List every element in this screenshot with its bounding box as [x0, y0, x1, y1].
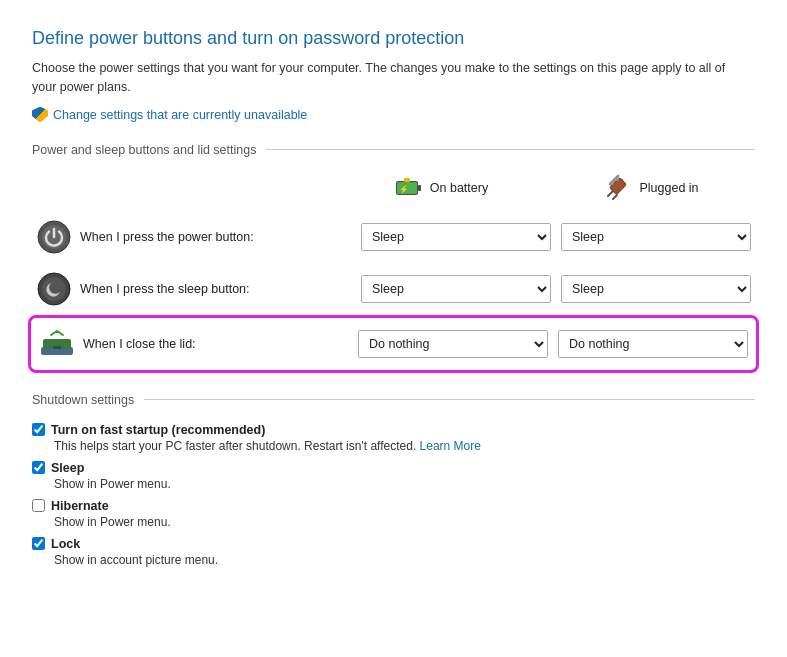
- plugged-in-header: Plugged in: [551, 173, 751, 203]
- sleep-button-controls: Do nothing Sleep Hibernate Shut down Tur…: [361, 275, 751, 303]
- lock-text: Lock: [51, 537, 80, 551]
- hibernate-item: Hibernate Show in Power menu.: [32, 499, 755, 529]
- shutdown-section-header: Shutdown settings: [32, 393, 755, 407]
- svg-rect-18: [53, 346, 61, 349]
- lid-controls: Do nothing Sleep Hibernate Shut down Tur…: [358, 330, 748, 358]
- change-settings-link[interactable]: Change settings that are currently unava…: [32, 107, 307, 123]
- svg-rect-3: [404, 178, 410, 182]
- on-battery-header: ⚡ On battery: [341, 173, 541, 203]
- lid-label: When I close the lid:: [83, 337, 358, 351]
- lock-label[interactable]: Lock: [32, 537, 755, 551]
- lid-row: When I close the lid: Do nothing Sleep H…: [28, 315, 759, 373]
- power-button-label: When I press the power button:: [80, 230, 361, 244]
- svg-point-15: [42, 277, 66, 301]
- shutdown-section-label: Shutdown settings: [32, 393, 134, 407]
- power-sleep-section-label: Power and sleep buttons and lid settings: [32, 143, 256, 157]
- section-divider-line: [266, 149, 755, 150]
- sleep-button-icon-container: [36, 271, 72, 307]
- page-title: Define power buttons and turn on passwor…: [32, 28, 755, 49]
- sleep-button-plugged-in-select[interactable]: Do nothing Sleep Hibernate Shut down Tur…: [561, 275, 751, 303]
- lid-icon: [39, 329, 75, 359]
- lid-icon-container: [39, 326, 75, 362]
- svg-text:⚡: ⚡: [399, 184, 409, 194]
- sleep-shutdown-desc: Show in Power menu.: [54, 477, 755, 491]
- sleep-checkbox[interactable]: [32, 461, 45, 474]
- svg-rect-1: [418, 185, 421, 191]
- sleep-shutdown-text: Sleep: [51, 461, 84, 475]
- hibernate-label[interactable]: Hibernate: [32, 499, 755, 513]
- fast-startup-learn-more[interactable]: Learn More: [420, 439, 481, 453]
- fast-startup-label[interactable]: Turn on fast startup (recommended): [32, 423, 755, 437]
- lock-checkbox[interactable]: [32, 537, 45, 550]
- hibernate-desc: Show in Power menu.: [54, 515, 755, 529]
- power-button-on-battery-select[interactable]: Do nothing Sleep Hibernate Shut down Tur…: [361, 223, 551, 251]
- power-sleep-section-header: Power and sleep buttons and lid settings: [32, 143, 755, 157]
- hibernate-checkbox[interactable]: [32, 499, 45, 512]
- battery-icon: ⚡: [394, 173, 424, 203]
- sleep-button-label: When I press the sleep button:: [80, 282, 361, 296]
- settings-rows: When I press the power button: Do nothin…: [32, 211, 755, 373]
- fast-startup-item: Turn on fast startup (recommended) This …: [32, 423, 755, 453]
- power-button-plugged-in-select[interactable]: Do nothing Sleep Hibernate Shut down Tur…: [561, 223, 751, 251]
- shutdown-section: Shutdown settings Turn on fast startup (…: [32, 393, 755, 567]
- page-description: Choose the power settings that you want …: [32, 59, 752, 97]
- shield-icon: [32, 107, 48, 123]
- power-button-controls: Do nothing Sleep Hibernate Shut down Tur…: [361, 223, 751, 251]
- column-headers: ⚡ On battery Plugged in: [32, 173, 755, 203]
- svg-line-8: [608, 191, 613, 196]
- sleep-button-icon: [37, 272, 71, 306]
- power-button-icon: [37, 220, 71, 254]
- plug-icon: [603, 173, 633, 203]
- shutdown-divider-line: [144, 399, 755, 400]
- lock-desc: Show in account picture menu.: [54, 553, 755, 567]
- svg-point-10: [610, 181, 614, 185]
- fast-startup-checkbox[interactable]: [32, 423, 45, 436]
- lid-on-battery-select[interactable]: Do nothing Sleep Hibernate Shut down Tur…: [358, 330, 548, 358]
- fast-startup-desc: This helps start your PC faster after sh…: [54, 439, 755, 453]
- lock-item: Lock Show in account picture menu.: [32, 537, 755, 567]
- fast-startup-text: Turn on fast startup (recommended): [51, 423, 265, 437]
- sleep-button-row: When I press the sleep button: Do nothin…: [32, 263, 755, 315]
- sleep-item: Sleep Show in Power menu.: [32, 461, 755, 491]
- sleep-button-on-battery-select[interactable]: Do nothing Sleep Hibernate Shut down Tur…: [361, 275, 551, 303]
- hibernate-text: Hibernate: [51, 499, 109, 513]
- lid-plugged-in-select[interactable]: Do nothing Sleep Hibernate Shut down Tur…: [558, 330, 748, 358]
- sleep-shutdown-label[interactable]: Sleep: [32, 461, 755, 475]
- svg-line-9: [613, 195, 617, 199]
- power-button-icon-container: [36, 219, 72, 255]
- power-button-row: When I press the power button: Do nothin…: [32, 211, 755, 263]
- svg-point-11: [615, 177, 619, 181]
